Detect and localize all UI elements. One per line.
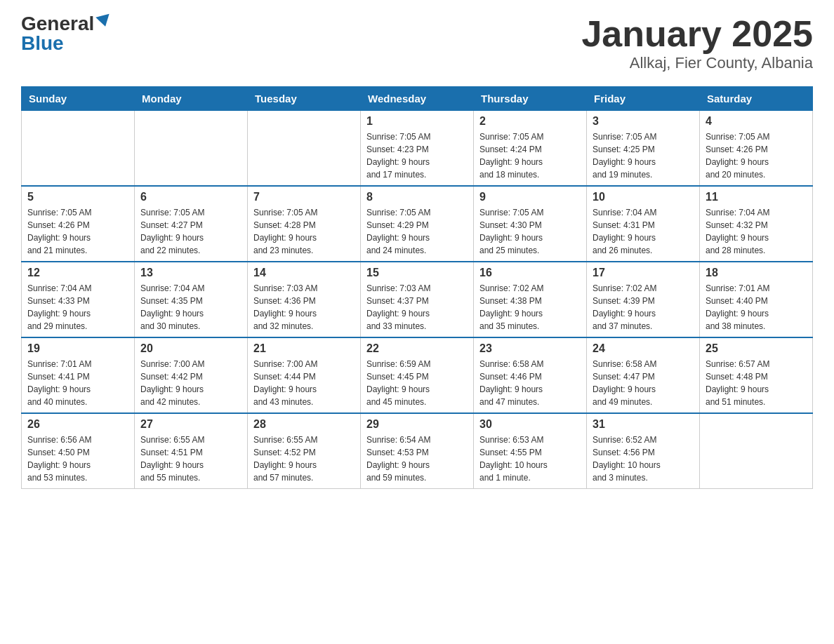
day-of-week-header: Tuesday xyxy=(248,87,361,111)
day-number: 16 xyxy=(479,267,581,279)
calendar-cell: 21Sunrise: 7:00 AM Sunset: 4:44 PM Dayli… xyxy=(248,337,361,413)
day-info: Sunrise: 6:55 AM Sunset: 4:51 PM Dayligh… xyxy=(140,434,241,484)
day-number: 28 xyxy=(253,418,355,431)
day-number: 7 xyxy=(253,191,355,203)
day-number: 5 xyxy=(27,191,128,203)
day-info: Sunrise: 7:02 AM Sunset: 4:38 PM Dayligh… xyxy=(479,282,581,333)
calendar-cell: 26Sunrise: 6:56 AM Sunset: 4:50 PM Dayli… xyxy=(22,413,135,489)
day-number: 24 xyxy=(593,342,694,355)
day-info: Sunrise: 6:57 AM Sunset: 4:48 PM Dayligh… xyxy=(706,358,807,408)
day-number: 15 xyxy=(366,267,468,279)
day-of-week-header: Thursday xyxy=(474,87,587,111)
day-info: Sunrise: 7:05 AM Sunset: 4:24 PM Dayligh… xyxy=(479,130,581,181)
day-number: 26 xyxy=(27,418,128,431)
day-info: Sunrise: 7:04 AM Sunset: 4:35 PM Dayligh… xyxy=(140,282,241,333)
calendar-cell: 30Sunrise: 6:53 AM Sunset: 4:55 PM Dayli… xyxy=(474,413,587,489)
day-info: Sunrise: 7:04 AM Sunset: 4:33 PM Dayligh… xyxy=(27,282,128,333)
day-number: 19 xyxy=(27,342,128,355)
day-number: 6 xyxy=(140,191,241,203)
calendar-week-row: 19Sunrise: 7:01 AM Sunset: 4:41 PM Dayli… xyxy=(22,337,813,413)
calendar-cell: 28Sunrise: 6:55 AM Sunset: 4:52 PM Dayli… xyxy=(248,413,361,489)
day-number: 9 xyxy=(479,191,581,203)
day-of-week-header: Sunday xyxy=(22,87,135,111)
day-number: 11 xyxy=(706,191,807,203)
title-section: January 2025 Allkaj, Fier County, Albani… xyxy=(581,14,813,72)
day-number: 25 xyxy=(706,342,807,355)
day-info: Sunrise: 6:59 AM Sunset: 4:45 PM Dayligh… xyxy=(366,358,468,408)
day-info: Sunrise: 6:54 AM Sunset: 4:53 PM Dayligh… xyxy=(366,434,468,484)
calendar-cell: 17Sunrise: 7:02 AM Sunset: 4:39 PM Dayli… xyxy=(587,262,700,337)
calendar-cell: 15Sunrise: 7:03 AM Sunset: 4:37 PM Dayli… xyxy=(361,262,474,337)
day-info: Sunrise: 6:58 AM Sunset: 4:47 PM Dayligh… xyxy=(593,358,694,408)
day-number: 2 xyxy=(479,115,581,128)
day-info: Sunrise: 7:05 AM Sunset: 4:29 PM Dayligh… xyxy=(366,206,468,257)
day-info: Sunrise: 6:52 AM Sunset: 4:56 PM Dayligh… xyxy=(593,434,694,484)
calendar-cell: 1Sunrise: 7:05 AM Sunset: 4:23 PM Daylig… xyxy=(361,111,474,187)
calendar-cell: 12Sunrise: 7:04 AM Sunset: 4:33 PM Dayli… xyxy=(22,262,135,337)
calendar-cell: 25Sunrise: 6:57 AM Sunset: 4:48 PM Dayli… xyxy=(700,337,813,413)
calendar-cell: 14Sunrise: 7:03 AM Sunset: 4:36 PM Dayli… xyxy=(248,262,361,337)
day-info: Sunrise: 7:05 AM Sunset: 4:26 PM Dayligh… xyxy=(27,206,128,257)
calendar-cell: 16Sunrise: 7:02 AM Sunset: 4:38 PM Dayli… xyxy=(474,262,587,337)
calendar-week-row: 1Sunrise: 7:05 AM Sunset: 4:23 PM Daylig… xyxy=(22,111,813,187)
calendar-week-row: 12Sunrise: 7:04 AM Sunset: 4:33 PM Dayli… xyxy=(22,262,813,337)
calendar-header-row: SundayMondayTuesdayWednesdayThursdayFrid… xyxy=(22,87,813,111)
day-number: 18 xyxy=(706,267,807,279)
day-info: Sunrise: 7:00 AM Sunset: 4:42 PM Dayligh… xyxy=(140,358,241,408)
calendar-cell: 3Sunrise: 7:05 AM Sunset: 4:25 PM Daylig… xyxy=(587,111,700,187)
day-number: 20 xyxy=(140,342,241,355)
day-of-week-header: Monday xyxy=(135,87,248,111)
calendar-cell xyxy=(22,111,135,187)
calendar-cell: 22Sunrise: 6:59 AM Sunset: 4:45 PM Dayli… xyxy=(361,337,474,413)
location-subtitle: Allkaj, Fier County, Albania xyxy=(581,54,813,72)
calendar-cell: 31Sunrise: 6:52 AM Sunset: 4:56 PM Dayli… xyxy=(587,413,700,489)
calendar-cell: 24Sunrise: 6:58 AM Sunset: 4:47 PM Dayli… xyxy=(587,337,700,413)
day-of-week-header: Saturday xyxy=(700,87,813,111)
day-info: Sunrise: 7:05 AM Sunset: 4:25 PM Dayligh… xyxy=(593,130,694,181)
logo-triangle-icon xyxy=(96,14,112,29)
day-info: Sunrise: 7:04 AM Sunset: 4:32 PM Dayligh… xyxy=(706,206,807,257)
calendar-cell: 19Sunrise: 7:01 AM Sunset: 4:41 PM Dayli… xyxy=(22,337,135,413)
day-number: 3 xyxy=(593,115,694,128)
day-number: 17 xyxy=(593,267,694,279)
day-info: Sunrise: 7:01 AM Sunset: 4:41 PM Dayligh… xyxy=(27,358,128,408)
calendar-cell: 11Sunrise: 7:04 AM Sunset: 4:32 PM Dayli… xyxy=(700,186,813,262)
calendar-cell: 18Sunrise: 7:01 AM Sunset: 4:40 PM Dayli… xyxy=(700,262,813,337)
day-number: 8 xyxy=(366,191,468,203)
day-info: Sunrise: 7:03 AM Sunset: 4:37 PM Dayligh… xyxy=(366,282,468,333)
day-info: Sunrise: 6:56 AM Sunset: 4:50 PM Dayligh… xyxy=(27,434,128,484)
calendar-cell: 8Sunrise: 7:05 AM Sunset: 4:29 PM Daylig… xyxy=(361,186,474,262)
day-number: 31 xyxy=(593,418,694,431)
day-info: Sunrise: 7:00 AM Sunset: 4:44 PM Dayligh… xyxy=(253,358,355,408)
day-number: 29 xyxy=(366,418,468,431)
calendar-cell: 2Sunrise: 7:05 AM Sunset: 4:24 PM Daylig… xyxy=(474,111,587,187)
day-number: 12 xyxy=(27,267,128,279)
day-of-week-header: Wednesday xyxy=(361,87,474,111)
calendar-table: SundayMondayTuesdayWednesdayThursdayFrid… xyxy=(21,86,813,489)
day-number: 22 xyxy=(366,342,468,355)
calendar-cell: 23Sunrise: 6:58 AM Sunset: 4:46 PM Dayli… xyxy=(474,337,587,413)
logo: General Blue xyxy=(21,14,111,53)
day-info: Sunrise: 7:04 AM Sunset: 4:31 PM Dayligh… xyxy=(593,206,694,257)
calendar-cell xyxy=(135,111,248,187)
day-info: Sunrise: 6:53 AM Sunset: 4:55 PM Dayligh… xyxy=(479,434,581,484)
day-number: 13 xyxy=(140,267,241,279)
day-info: Sunrise: 7:02 AM Sunset: 4:39 PM Dayligh… xyxy=(593,282,694,333)
day-number: 21 xyxy=(253,342,355,355)
day-info: Sunrise: 6:58 AM Sunset: 4:46 PM Dayligh… xyxy=(479,358,581,408)
month-title: January 2025 xyxy=(581,14,813,54)
day-info: Sunrise: 7:01 AM Sunset: 4:40 PM Dayligh… xyxy=(706,282,807,333)
day-info: Sunrise: 7:05 AM Sunset: 4:23 PM Dayligh… xyxy=(366,130,468,181)
calendar-cell: 9Sunrise: 7:05 AM Sunset: 4:30 PM Daylig… xyxy=(474,186,587,262)
day-number: 4 xyxy=(706,115,807,128)
calendar-cell: 27Sunrise: 6:55 AM Sunset: 4:51 PM Dayli… xyxy=(135,413,248,489)
calendar-cell: 6Sunrise: 7:05 AM Sunset: 4:27 PM Daylig… xyxy=(135,186,248,262)
calendar-cell: 4Sunrise: 7:05 AM Sunset: 4:26 PM Daylig… xyxy=(700,111,813,187)
day-number: 14 xyxy=(253,267,355,279)
day-info: Sunrise: 7:05 AM Sunset: 4:28 PM Dayligh… xyxy=(253,206,355,257)
day-number: 27 xyxy=(140,418,241,431)
day-number: 1 xyxy=(366,115,468,128)
calendar-cell xyxy=(700,413,813,489)
day-info: Sunrise: 7:05 AM Sunset: 4:27 PM Dayligh… xyxy=(140,206,241,257)
calendar-cell: 5Sunrise: 7:05 AM Sunset: 4:26 PM Daylig… xyxy=(22,186,135,262)
